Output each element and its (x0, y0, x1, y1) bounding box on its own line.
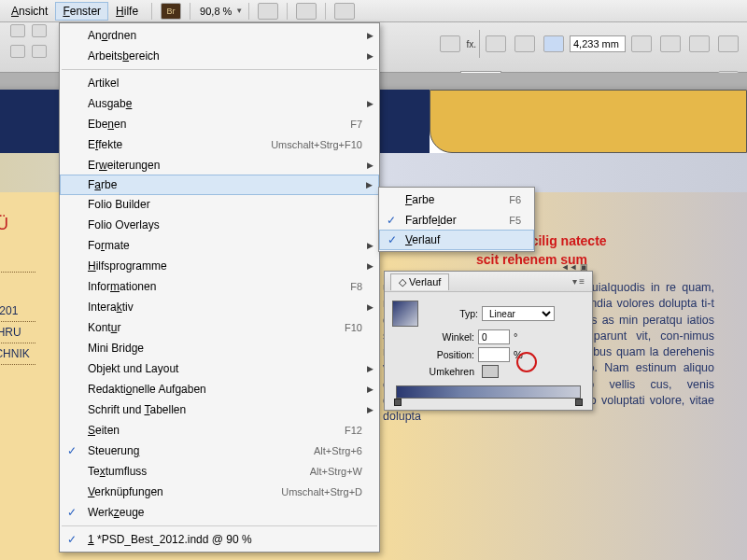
menu-folio-builder[interactable]: Folio Builder (60, 194, 379, 215)
menu-seiten[interactable]: SeitenF12 (60, 420, 379, 441)
align-icon[interactable] (32, 45, 47, 58)
fenster-menu: Anordnen▶ Arbeitsbereich▶ Artikel Ausgab… (59, 22, 380, 553)
menu-objekt-layout[interactable]: Objekt und Layout▶ (60, 358, 379, 379)
panel-collapse-icon[interactable]: ◄◄ ▣ (561, 262, 588, 272)
panel-tab-verlauf[interactable]: ◇ Verlauf (390, 273, 449, 290)
menu-artikel[interactable]: Artikel (60, 73, 379, 93)
fit-icon[interactable] (660, 35, 681, 52)
menu-folio-overlays[interactable]: Folio Overlays (60, 215, 379, 235)
menu-formate[interactable]: Formate▶ (60, 235, 379, 256)
menu-hilfe[interactable]: Hilfe (108, 2, 146, 21)
gradient-ramp[interactable] (396, 385, 581, 399)
submenu-farbfelder[interactable]: ✓FarbfelderF5 (379, 210, 534, 231)
wrap-icon[interactable] (514, 35, 535, 52)
position-field[interactable] (478, 347, 510, 362)
menu-ansicht[interactable]: Ansicht (4, 2, 55, 21)
panel-menu-icon[interactable]: ▾≡ (572, 276, 586, 287)
panel-header[interactable]: ◇ Verlauf ▾≡ (385, 272, 592, 292)
menu-ausgabe[interactable]: Ausgabe▶ (60, 93, 379, 114)
zoom-display[interactable]: 90,8 % (196, 6, 235, 17)
view-options-icon[interactable] (296, 3, 317, 20)
align-icon[interactable] (10, 45, 25, 58)
reverse-gradient-icon[interactable] (482, 365, 499, 378)
menu-schrift-tabellen[interactable]: Schrift und Tabellen▶ (60, 399, 379, 420)
menu-redaktionelle[interactable]: Redaktionelle Aufgaben▶ (60, 379, 379, 399)
arrange-docs-icon[interactable] (334, 3, 355, 20)
position-label: Position: (426, 349, 474, 360)
menu-effekte[interactable]: EffekteUmschalt+Strg+F10 (60, 134, 379, 155)
gradient-stop[interactable] (575, 399, 583, 406)
frame-icon[interactable] (543, 35, 564, 52)
winkel-label: Winkel: (426, 331, 474, 343)
gradient-swatch[interactable] (392, 301, 418, 327)
menu-mini-bridge[interactable]: Mini Bridge (60, 338, 379, 358)
typ-select[interactable]: Linear (482, 306, 555, 321)
menu-hilfsprogramme[interactable]: Hilfsprogramme▶ (60, 256, 379, 276)
bridge-icon[interactable]: Br (161, 3, 181, 20)
fit-icon[interactable] (718, 35, 739, 52)
menubar: Ansicht Fenster Hilfe Br 90,8 % ▼ (0, 0, 747, 22)
menu-kontur[interactable]: KonturF10 (60, 317, 379, 338)
size-field[interactable] (570, 35, 626, 52)
menu-arbeitsbereich[interactable]: Arbeitsbereich▶ (60, 46, 379, 66)
fit-icon[interactable] (689, 35, 710, 52)
menu-interaktiv[interactable]: Interaktiv▶ (60, 297, 379, 317)
menu-steuerung[interactable]: ✓SteuerungAlt+Strg+6 (60, 441, 379, 461)
gradient-stop[interactable] (394, 399, 402, 406)
menu-fenster[interactable]: Fenster (55, 2, 108, 21)
menu-verknuepfungen[interactable]: VerknüpfungenUmschalt+Strg+D (60, 482, 379, 502)
opacity-icon[interactable] (440, 35, 460, 52)
verlauf-panel[interactable]: ◄◄ ▣ ◇ Verlauf ▾≡ Typ: Linear Winkel: ° … (384, 271, 593, 411)
menu-anordnen[interactable]: Anordnen▶ (60, 25, 379, 46)
menu-window-psd[interactable]: ✓1 *PSD_Best_2012.indd @ 90 % (60, 529, 379, 550)
submenu-verlauf[interactable]: ✓Verlauf (379, 230, 534, 250)
menu-ebenen[interactable]: EbenenF7 (60, 114, 379, 134)
menu-informationen[interactable]: InformationenF8 (60, 276, 379, 297)
screen-mode-icon[interactable] (258, 3, 278, 20)
umkehren-label: Umkehren (426, 366, 474, 377)
align-icon[interactable] (10, 24, 25, 37)
fit-icon[interactable] (631, 35, 652, 52)
menu-erweiterungen[interactable]: Erweiterungen▶ (60, 155, 379, 175)
winkel-field[interactable] (478, 329, 510, 344)
wrap-icon[interactable] (486, 35, 506, 52)
typ-label: Typ: (430, 308, 478, 319)
align-icon[interactable] (32, 24, 47, 37)
menu-werkzeuge[interactable]: ✓Werkzeuge (60, 502, 379, 523)
menu-farbe[interactable]: Farbe▶ (60, 175, 379, 195)
menu-textumfluss[interactable]: TextumflussAlt+Strg+W (60, 461, 379, 482)
farbe-submenu: FarbeF6 ✓FarbfelderF5 ✓Verlauf (378, 187, 535, 252)
left-column-text: M Ü AUF 201 NFÜHRU ATECHNIK (0, 211, 35, 393)
submenu-farbe[interactable]: FarbeF6 (379, 189, 534, 210)
